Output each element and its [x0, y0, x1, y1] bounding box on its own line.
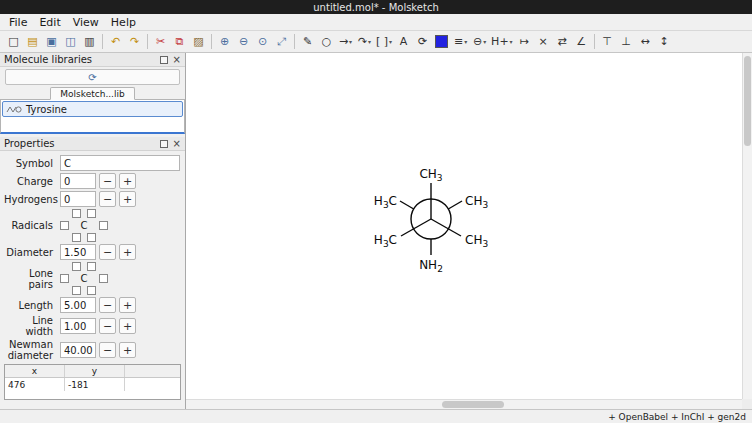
diameter-decrement-button[interactable]: −	[99, 244, 116, 260]
align-top-button[interactable]: ⊤	[598, 33, 617, 51]
radical-checkbox[interactable]	[87, 233, 96, 242]
charge-decrement-button[interactable]: −	[99, 173, 116, 189]
scrollbar-corner	[742, 399, 752, 409]
zoom-out-button[interactable]: ⊖	[234, 33, 253, 51]
library-refresh-button[interactable]: ⟳	[5, 69, 180, 85]
diameter-input[interactable]: 1.50	[60, 244, 96, 260]
hydrogen-tool-button[interactable]: H+▾	[489, 33, 515, 51]
text-tool-button[interactable]: A	[394, 33, 413, 51]
radical-checkbox[interactable]	[72, 209, 81, 218]
molecule-drawing[interactable]: CH3 H3C CH3 H3C CH3 NH2	[321, 134, 541, 304]
radical-checkbox[interactable]	[72, 233, 81, 242]
lone-pair-checkbox[interactable]	[72, 286, 81, 295]
angle-tool-button[interactable]: ∠	[572, 33, 591, 51]
curved-arrow-tool-button[interactable]: ↷▾	[355, 33, 374, 51]
coord-x-cell[interactable]: 476	[5, 378, 65, 391]
hydrogens-row: Hydrogens 0 − +	[4, 191, 181, 207]
main-area: Molecule libraries × ⟳ Molsketch...lib T…	[0, 53, 752, 409]
vertical-scrollbar-thumb[interactable]	[744, 56, 751, 146]
lone-pair-checkbox[interactable]	[99, 274, 108, 283]
newman-diameter-increment-button[interactable]: +	[119, 342, 136, 358]
radical-checkbox[interactable]	[99, 221, 108, 230]
float-panel-icon[interactable]	[160, 140, 168, 148]
rotate-tool-button[interactable]: ⟳	[413, 33, 432, 51]
zoom-fit-button[interactable]: ⤢	[272, 33, 291, 51]
line-width-increment-button[interactable]: +	[119, 318, 136, 334]
radicals-center-atom: C	[81, 220, 88, 231]
close-panel-icon[interactable]: ×	[173, 140, 181, 148]
distribute-vertical-button[interactable]: ↕	[655, 33, 674, 51]
ring-tool-button[interactable]: ○	[317, 33, 336, 51]
hydrogens-increment-button[interactable]: +	[119, 191, 136, 207]
redo-icon: ↷	[130, 36, 139, 47]
new-document-icon: □	[8, 36, 18, 47]
radical-checkbox[interactable]	[87, 209, 96, 218]
coordinates-table-row: 476 -181	[5, 378, 180, 391]
line-width-input[interactable]: 1.00	[60, 318, 96, 334]
length-increment-button[interactable]: +	[119, 297, 136, 313]
connect-tool-button[interactable]: ↦	[515, 33, 534, 51]
menu-view[interactable]: View	[67, 15, 105, 30]
hydrogens-input[interactable]: 0	[60, 191, 96, 207]
bracket-tool-button[interactable]: [ ]▾	[374, 33, 394, 51]
diameter-row: Diameter 1.50 − +	[4, 244, 181, 260]
newman-diameter-decrement-button[interactable]: −	[99, 342, 116, 358]
drawing-canvas[interactable]: CH3 H3C CH3 H3C CH3 NH2	[186, 53, 752, 409]
library-tab-molsketch-lib[interactable]: Molsketch...lib	[50, 87, 134, 100]
vertical-scrollbar[interactable]	[742, 53, 752, 399]
coord-header-x: x	[5, 365, 65, 377]
menu-file[interactable]: File	[3, 15, 33, 30]
newman-diameter-input[interactable]: 40.00	[60, 342, 96, 358]
flip-tool-button[interactable]: ⇄	[553, 33, 572, 51]
delete-tool-icon: ×	[539, 36, 548, 47]
horizontal-scrollbar[interactable]	[186, 399, 742, 409]
hydrogens-label: Hydrogens	[4, 194, 60, 205]
draw-tool-button[interactable]: ✎	[298, 33, 317, 51]
copy-button[interactable]: ⧉	[170, 33, 189, 51]
symbol-input[interactable]: C	[60, 155, 180, 171]
length-input[interactable]: 5.00	[60, 297, 96, 313]
menu-edit[interactable]: Edit	[33, 15, 66, 30]
line-width-tool-button[interactable]: ≡▾	[451, 33, 470, 51]
distribute-horizontal-button[interactable]: ↔	[636, 33, 655, 51]
lone-pair-checkbox[interactable]	[87, 286, 96, 295]
library-item-tyrosine[interactable]: Tyrosine	[2, 101, 183, 117]
align-bottom-button[interactable]: ⊥	[617, 33, 636, 51]
zoom-in-button[interactable]: ⊕	[215, 33, 234, 51]
float-panel-icon[interactable]	[160, 56, 168, 64]
close-panel-icon[interactable]: ×	[173, 56, 181, 64]
delete-tool-button[interactable]: ×	[534, 33, 553, 51]
radical-checkbox[interactable]	[60, 221, 69, 230]
dropdown-arrow-icon: ▾	[368, 38, 371, 45]
charge-increment-button[interactable]: +	[119, 173, 136, 189]
charge-input[interactable]: 0	[60, 173, 96, 189]
undo-button[interactable]: ↶	[106, 33, 125, 51]
hydrogens-decrement-button[interactable]: −	[99, 191, 116, 207]
substituent-label-lower-left: H3C	[374, 233, 397, 249]
color-swatch[interactable]	[435, 35, 448, 48]
coord-y-cell[interactable]: -181	[65, 378, 125, 391]
length-decrement-button[interactable]: −	[99, 297, 116, 313]
radicals-label: Radicals	[4, 220, 60, 231]
charge-tool-button[interactable]: ⊖▾	[470, 33, 489, 51]
line-width-decrement-button[interactable]: −	[99, 318, 116, 334]
save-button[interactable]: ▣	[42, 33, 61, 51]
diameter-increment-button[interactable]: +	[119, 244, 136, 260]
zoom-original-button[interactable]: ⊙	[253, 33, 272, 51]
lone-pair-checkbox[interactable]	[60, 274, 69, 283]
newman-diameter-row: Newman diameter 40.00 − +	[4, 339, 181, 361]
arrow-tool-button[interactable]: →▾	[336, 33, 355, 51]
save-as-button[interactable]: ◫	[61, 33, 80, 51]
lone-pairs-row: Lone pairs C	[4, 262, 181, 295]
toolbar-separator	[102, 34, 103, 49]
menu-help[interactable]: Help	[105, 15, 142, 30]
lone-pair-checkbox[interactable]	[72, 262, 81, 271]
cut-button[interactable]: ✂	[151, 33, 170, 51]
open-file-button[interactable]: ▤	[23, 33, 42, 51]
redo-button[interactable]: ↷	[125, 33, 144, 51]
print-button[interactable]: ▥	[80, 33, 99, 51]
paste-button[interactable]: ▨	[189, 33, 208, 51]
horizontal-scrollbar-thumb[interactable]	[442, 401, 504, 408]
new-document-button[interactable]: □	[4, 33, 23, 51]
lone-pair-checkbox[interactable]	[87, 262, 96, 271]
